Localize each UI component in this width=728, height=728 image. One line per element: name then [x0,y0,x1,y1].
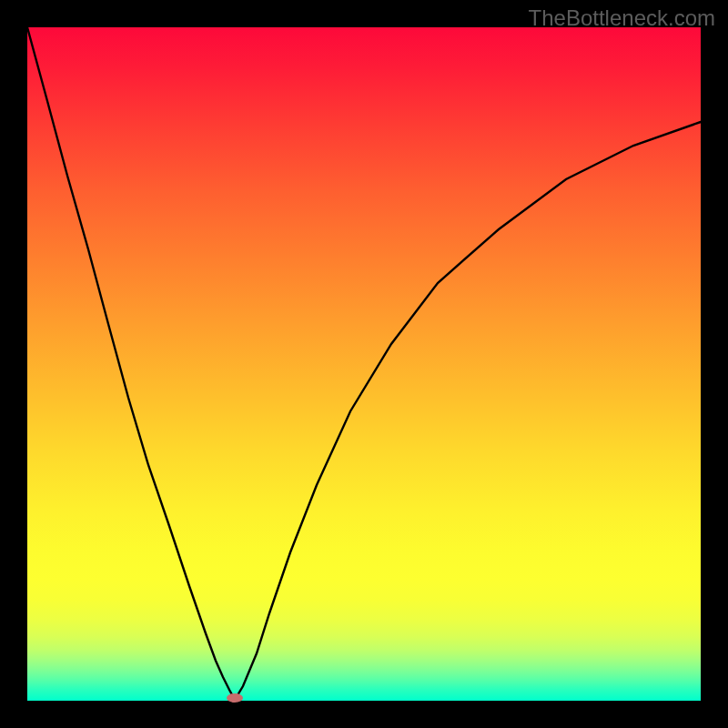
plot-area [27,27,701,701]
curve-svg [27,27,701,701]
minimum-marker [227,693,243,703]
curve-right-branch [235,122,701,700]
chart-frame: TheBottleneck.com [0,0,728,728]
curve-left-branch [27,27,235,700]
